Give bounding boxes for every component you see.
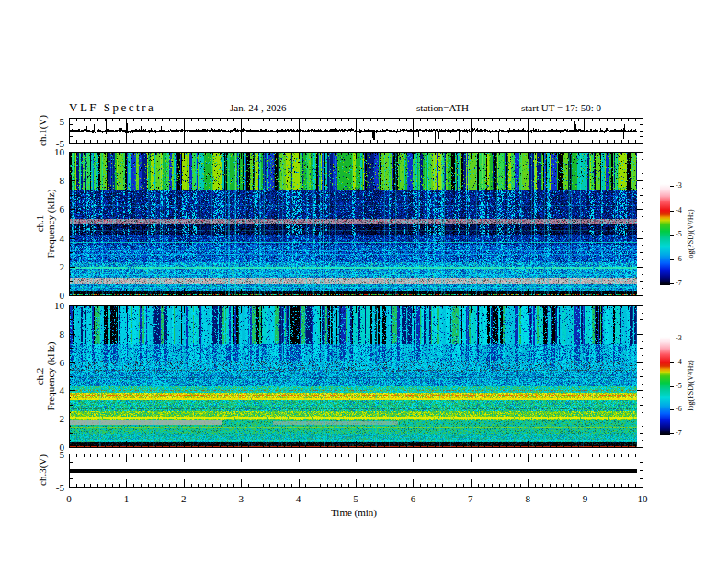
ch2-freq-axis-label-line1: ch.2 <box>34 342 45 411</box>
colorbar-tick-mark <box>670 433 674 434</box>
colorbar-tick-label: -6 <box>676 256 682 263</box>
wave3-y-tick-label: -5 <box>35 482 64 493</box>
colorbar-tick-label: -5 <box>676 383 682 390</box>
colorbar-tick-mark <box>670 339 674 339</box>
colorbar-tick-label: -3 <box>676 335 682 342</box>
colorbar-tick-mark <box>670 186 674 187</box>
colorbar-ch1-label: log(PSD)(V²/Hz) <box>687 209 695 259</box>
colorbar-tick-label: -6 <box>676 406 682 413</box>
wave1-y-tick-label: -5 <box>35 138 64 149</box>
spec2-y-tick-label: 8 <box>35 328 64 339</box>
colorbar-tick-mark <box>670 259 674 260</box>
spec1-y-tick-label: 4 <box>35 233 64 244</box>
ch1-freq-axis-label: ch.1 Frequency (kHz) <box>34 190 56 259</box>
colorbar-tick-label: -7 <box>676 280 682 287</box>
colorbar-tick-mark <box>670 409 674 410</box>
x-tick-label: 10 <box>628 493 657 504</box>
ch1-freq-axis-label-line2: Frequency (kHz) <box>45 190 56 259</box>
wave3-y-tick-label: 5 <box>35 449 64 460</box>
date-label: Jan. 24 , 2026 <box>230 102 286 113</box>
ch2-freq-axis-label: ch.2 Frequency (kHz) <box>34 342 56 411</box>
spec2-y-tick-label: 10 <box>35 300 64 311</box>
colorbar-tick-mark <box>670 211 674 212</box>
ch2-freq-axis-label-line2: Frequency (kHz) <box>45 342 56 411</box>
spec1-y-tick-label: 8 <box>35 175 64 186</box>
colorbar-ch2-label: log(PSD)(V²/Hz) <box>687 360 695 410</box>
spec1-y-tick-label: 6 <box>35 203 64 214</box>
ch1-freq-axis-label-line1: ch.1 <box>34 190 45 259</box>
colorbar-tick-label: -5 <box>676 231 682 238</box>
colorbar-tick-mark <box>670 235 674 236</box>
wave1-y-tick-label: 5 <box>35 116 64 127</box>
spec2-y-tick-label: 4 <box>35 385 64 396</box>
x-tick-label: 2 <box>169 493 199 504</box>
ch3-waveform-canvas <box>69 454 643 488</box>
colorbar-tick-label: -7 <box>676 430 682 437</box>
x-tick-label: 4 <box>284 493 313 504</box>
colorbar-tick-label: -4 <box>676 207 682 214</box>
plot-title: VLF Spectra <box>69 100 155 115</box>
colorbar-ch2 <box>660 337 670 435</box>
colorbar-tick-label: -4 <box>676 359 682 366</box>
spec2-y-tick-label: 2 <box>35 413 64 424</box>
ch2-spectrogram-canvas <box>69 305 643 448</box>
colorbar-tick-mark <box>670 283 674 284</box>
spec2-y-tick-label: 6 <box>35 357 64 368</box>
x-tick-label: 1 <box>111 493 141 504</box>
station-label: station=ATH <box>416 102 469 113</box>
spec1-y-tick-label: 2 <box>35 261 64 272</box>
x-tick-label: 5 <box>341 493 370 504</box>
x-tick-label: 7 <box>456 493 485 504</box>
x-tick-label: 8 <box>513 493 542 504</box>
x-tick-label: 3 <box>226 493 256 504</box>
vlf-spectra-plot: VLF Spectra Jan. 24 , 2026 station=ATH s… <box>0 0 728 563</box>
x-tick-label: 9 <box>571 493 600 504</box>
ch1-spectrogram-canvas <box>69 152 643 296</box>
x-tick-label: 6 <box>398 493 427 504</box>
colorbar-ch1 <box>660 184 670 285</box>
x-tick-label: 0 <box>54 493 84 504</box>
ch1-waveform-canvas <box>69 118 643 144</box>
colorbar-tick-label: -3 <box>676 182 682 190</box>
start-ut-label: start UT = 17: 50: 0 <box>521 102 601 113</box>
colorbar-tick-mark <box>670 362 674 363</box>
time-axis-label: Time (min) <box>331 507 377 518</box>
colorbar-tick-mark <box>670 386 674 387</box>
